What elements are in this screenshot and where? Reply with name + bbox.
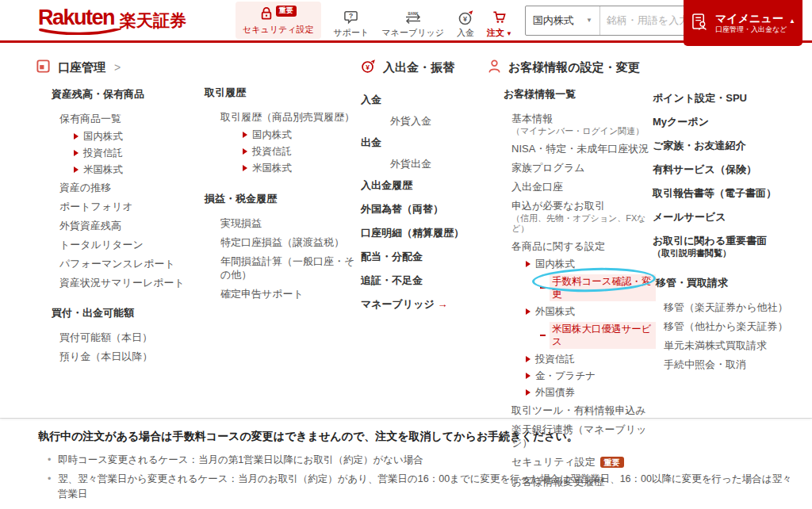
yen-circle-icon: ¥	[361, 59, 376, 76]
menu-item-history-domestic[interactable]: 国内株式	[205, 126, 360, 143]
section-cash-transfer[interactable]: ¥ 入出金・振替	[361, 43, 486, 76]
menu-item-ps-gold[interactable]: 金・プラチナ	[488, 367, 656, 384]
chevron-right-icon: >	[114, 61, 121, 74]
search-category-value: 国内株式	[533, 13, 574, 28]
menu-item-foreign-balance[interactable]: 外貨資産残高	[36, 216, 204, 235]
menu-item-odd-lot-buyback[interactable]: 単元未満株式買取請求	[653, 335, 810, 354]
menu-item-holdings-list[interactable]: 保有商品一覧	[36, 109, 204, 128]
column-cash: ¥ 入出金・振替 入金 外貨入金 出金 外貨出金 入出金履歴 外国為替（両替） …	[361, 43, 486, 316]
menu-item-ps-domestic[interactable]: 国内株式	[488, 255, 656, 272]
rakuten-logo[interactable]: Rakuten 楽天証券	[38, 7, 186, 33]
fee-course-link[interactable]: 手数料コース確認・変更	[550, 274, 656, 301]
menu-item-realized-pl[interactable]: 実現損益	[205, 213, 360, 232]
menu-item-margin-call[interactable]: 追証・不足金	[361, 268, 486, 292]
triangle-bullet-icon	[526, 356, 530, 362]
triangle-bullet-icon	[243, 148, 247, 155]
menu-item-us-stock[interactable]: 米国株式	[36, 161, 204, 178]
menu-item-us-preferential[interactable]: 米国株大口優遇サービス	[488, 320, 656, 350]
menu-item-account-statement[interactable]: 口座明細（精算履歴）	[361, 220, 486, 244]
nav-moneybridge[interactable]: BANK マネーブリッジ	[381, 2, 444, 39]
nav-moneybridge-label: マネーブリッジ	[381, 27, 444, 39]
menu-item-my-coupon[interactable]: Myクーポン	[653, 109, 810, 133]
menu-item-mutual-funds[interactable]: 投資信託	[36, 144, 204, 161]
mega-menu-panel: 口座管理 > 資産残高・保有商品 保有商品一覧 国内株式 投資信託 米国株式 資…	[0, 43, 812, 418]
triangle-bullet-icon	[243, 132, 247, 138]
menu-item-deposit-balance[interactable]: 預り金（本日以降）	[36, 346, 204, 365]
rakuten-logo-brand: Rakuten	[38, 7, 114, 33]
menu-item-transfer-out[interactable]: 移管（楽天証券から他社）	[653, 297, 810, 316]
column-account-2: 取引履歴 取引履歴（商品別売買履歴） 国内株式 投資信託 米国株式 損益・税金履…	[205, 43, 360, 303]
menu-item-domestic-stock[interactable]: 国内株式	[36, 128, 204, 144]
menu-item-dividends[interactable]: 配当・分配金	[361, 244, 486, 268]
caret-up-icon: ▲	[789, 17, 795, 25]
menu-item-asset-summary-report[interactable]: 資産状況サマリーレポート	[36, 273, 204, 292]
menu-item-ps-funds[interactable]: 投資信託	[488, 350, 656, 367]
important-badge: 重要	[276, 6, 297, 17]
menu-item-product-settings[interactable]: 各商品に関する設定	[488, 236, 656, 255]
menu-item-total-return[interactable]: トータルリターン	[36, 235, 204, 254]
notice-bullet-next-day: 翌、翌々営業日から変更されるケース：当月のお取引（約定）があり、営業日の16：0…	[48, 469, 796, 504]
menu-item-asset-transition[interactable]: 資産の推移	[36, 178, 204, 197]
menu-item-foreign-withdraw[interactable]: 外貨出金	[361, 154, 486, 173]
menu-item-performance-report[interactable]: パフォーマンスレポート	[36, 254, 204, 273]
nav-deposit-label: 入金	[457, 27, 474, 39]
menu-item-family-program[interactable]: 家族プログラム	[488, 158, 656, 177]
section-title: お客様情報の設定・変更	[508, 60, 640, 75]
nav-deposit[interactable]: ¥ 入金	[457, 2, 474, 39]
nav-order[interactable]: 注文▼	[487, 2, 512, 39]
menu-item-annual-pl[interactable]: 年間損益計算（一般口座・その他）	[205, 251, 360, 284]
menu-item-ps-foreign[interactable]: 外国株式	[488, 303, 656, 320]
menu-item-paid-services[interactable]: 有料サービス（保険）	[653, 157, 810, 181]
menu-item-transfer-in[interactable]: 移管（他社から楽天証券）	[653, 316, 810, 335]
menu-item-trading-tools[interactable]: 取引ツール・有料情報申込み	[488, 400, 656, 419]
menu-item-referral[interactable]: ご家族・お友達紹介	[653, 133, 810, 157]
menu-item-fx-exchange[interactable]: 外国為替（両替）	[361, 197, 486, 220]
triangle-bullet-icon	[526, 308, 530, 315]
menu-item-fee-course[interactable]: 手数料コース確認・変更	[488, 272, 656, 303]
menu-item-withdraw[interactable]: 出金	[361, 130, 486, 154]
menu-item-foreign-deposit[interactable]: 外貨入金	[361, 111, 486, 130]
group-transfer-request: 移管・買取請求	[653, 276, 810, 290]
search-category-select[interactable]: 国内株式 ▼	[526, 6, 600, 35]
menu-item-buying-power[interactable]: 買付可能額（本日）	[36, 327, 204, 346]
application-note: （信用、先物・オプション、FXなど）	[511, 213, 656, 234]
menu-item-rakuten-bank[interactable]: 楽天銀行連携（マネーブリッジ）	[488, 419, 656, 452]
site-header: Rakuten 楽天証券 重要 セキュリティ設定 ? サポート BANK	[0, 0, 812, 43]
my-menu-button[interactable]: マイメニュー 口座管理・入出金など ▲	[684, 0, 802, 46]
section-title: 口座管理	[58, 60, 105, 75]
menu-item-history-funds[interactable]: 投資信託	[205, 143, 360, 159]
menu-item-application-required[interactable]: 申込が必要なお取引（信用、先物・オプション、FXなど）	[488, 196, 656, 236]
triangle-bullet-icon	[74, 133, 79, 140]
section-customer-info[interactable]: お客様情報の設定・変更	[488, 43, 656, 76]
menu-item-basic-info[interactable]: 基本情報（マイナンバー・ログイン関連）	[488, 109, 656, 139]
logo-swoosh-icon	[39, 29, 121, 35]
menu-item-pending-inquiry[interactable]: 手続中照会・取消	[653, 354, 810, 373]
menu-item-specific-account-pl[interactable]: 特定口座損益（譲渡益税）	[205, 232, 360, 251]
section-account-management[interactable]: 口座管理 >	[36, 43, 204, 76]
menu-item-ps-foreign-bonds[interactable]: 外国債券	[488, 384, 656, 400]
menu-item-point-spu[interactable]: ポイント設定・SPU	[653, 86, 810, 109]
my-menu-label: マイメニュー	[715, 12, 787, 26]
menu-item-trade-reports[interactable]: 取引報告書等（電子書面）	[653, 181, 810, 205]
menu-item-nisa-status[interactable]: NISA・特定・未成年口座状況	[488, 139, 656, 158]
menu-item-mail-service[interactable]: メールサービス	[653, 205, 810, 228]
group-customer-list: お客様情報一覧	[488, 87, 656, 101]
menu-item-cash-history[interactable]: 入出金履歴	[361, 173, 486, 197]
menu-item-moneybridge-link[interactable]: マネーブリッジ →	[361, 292, 486, 316]
nav-support[interactable]: ? サポート	[334, 2, 370, 39]
svg-text:¥: ¥	[366, 63, 370, 71]
menu-item-trade-history-list[interactable]: 取引履歴（商品別売買履歴）	[205, 107, 360, 126]
menu-item-important-documents[interactable]: お取引に関わる重要書面（取引説明書閲覧）	[653, 228, 810, 263]
nav-security-settings[interactable]: 重要 セキュリティ設定	[236, 2, 321, 39]
menu-item-portfolio[interactable]: ポートフォリオ	[36, 197, 204, 216]
group-pl-tax-history: 損益・税金履歴	[205, 192, 360, 206]
menu-item-history-us[interactable]: 米国株式	[205, 159, 360, 176]
menu-item-cash-accounts[interactable]: 入出金口座	[488, 177, 656, 196]
yen-target-icon: ¥	[458, 9, 473, 25]
svg-text:¥: ¥	[463, 15, 467, 23]
menu-item-deposit[interactable]: 入金	[361, 87, 486, 111]
us-preferential-link[interactable]: 米国株大口優遇サービス	[550, 322, 656, 349]
column-customer-info: お客様情報の設定・変更 お客様情報一覧 基本情報（マイナンバー・ログイン関連） …	[488, 43, 656, 491]
menu-item-tax-return-support[interactable]: 確定申告サポート	[205, 284, 360, 303]
svg-text:?: ?	[349, 12, 353, 20]
